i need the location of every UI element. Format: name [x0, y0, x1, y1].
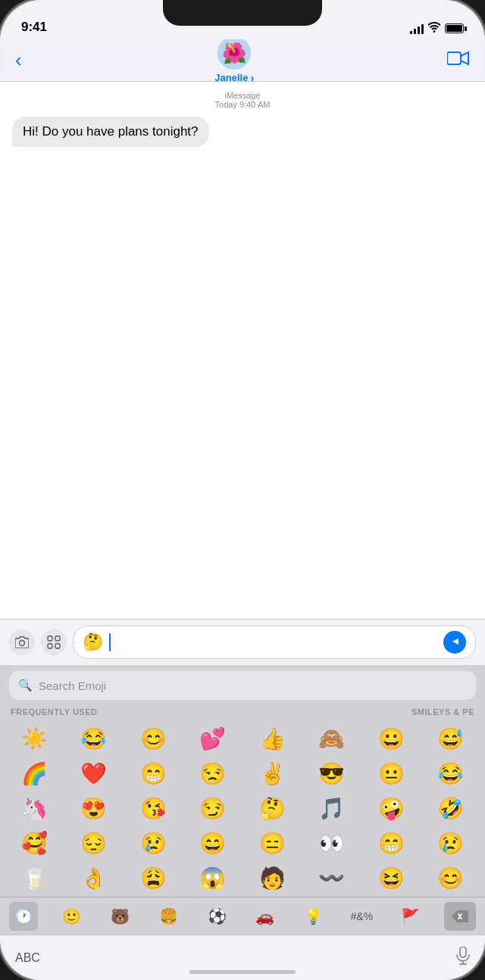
emoji-expressionless[interactable]: 😑 — [242, 826, 302, 860]
toolbar-travel-button[interactable]: 🚗 — [251, 902, 280, 931]
emoji-weary[interactable]: 😩 — [124, 860, 183, 895]
emoji-sad[interactable]: 😔 — [64, 826, 124, 860]
emoji-search-placeholder: Search Emoji — [39, 679, 106, 692]
toolbar-food-button[interactable]: 🍔 — [154, 902, 183, 931]
emoji-thinking[interactable]: 🤔 — [242, 791, 302, 826]
emoji-beam[interactable]: 😁 — [124, 756, 183, 791]
svg-rect-5 — [55, 644, 60, 648]
emoji-kiss[interactable]: 😘 — [124, 791, 183, 826]
emoji-smiling-hearts[interactable]: 🥰 — [5, 826, 64, 860]
status-time: 9:41 — [21, 20, 47, 35]
notch — [163, 0, 322, 26]
messages-area: iMessage Today 9:40 AM Hi! Do you have p… — [0, 82, 485, 619]
svg-rect-2 — [48, 636, 52, 641]
emoji-neutral[interactable]: 😐 — [361, 756, 421, 791]
svg-rect-6 — [460, 947, 466, 957]
emoji-search-bar[interactable]: 🔍 Search Emoji — [9, 671, 476, 700]
text-input[interactable]: 🤔 ▲ — [73, 626, 476, 659]
emoji-cry2[interactable]: 😢 — [421, 826, 481, 860]
emoji-heart-eyes[interactable]: 😍 — [64, 791, 124, 826]
send-icon: ▲ — [449, 636, 461, 647]
abc-button[interactable]: ABC — [15, 951, 40, 965]
emoji-glass[interactable]: 🥛 — [5, 860, 64, 895]
back-button[interactable]: ‹ — [15, 48, 22, 72]
emoji-grid: ☀️ 😂 😊 💕 👍 🙈 😀 😅 🌈 ❤️ 😁 😒 ✌️ 😎 😐 😂 🦄 — [0, 719, 485, 897]
svg-point-1 — [20, 641, 25, 646]
wifi-icon — [428, 22, 440, 35]
emoji-section-header: FREQUENTLY USED SMILEYS & PE — [0, 704, 485, 719]
camera-button[interactable] — [9, 629, 35, 655]
emoji-tears[interactable]: 😂 — [421, 756, 481, 791]
delete-button[interactable] — [444, 902, 476, 931]
emoji-sweat-smile[interactable]: 😅 — [421, 721, 481, 756]
emoji-eyes[interactable]: 👀 — [302, 826, 362, 860]
home-indicator — [189, 970, 296, 974]
avatar: 🌺 — [217, 36, 251, 70]
emoji-smirk[interactable]: 😏 — [183, 791, 243, 826]
input-area: 🤔 ▲ — [0, 619, 485, 665]
signal-bars-icon — [410, 23, 424, 34]
emoji-zany[interactable]: 🤪 — [361, 791, 421, 826]
emoji-toolbar: 🕐 🙂 🐻 🍔 ⚽ 🚗 💡 #&% 🚩 — [0, 897, 485, 935]
emoji-sun[interactable]: ☀️ — [5, 721, 64, 756]
emoji-happy[interactable]: 😄 — [183, 826, 243, 860]
svg-rect-0 — [447, 52, 461, 64]
toolbar-flags-button[interactable]: 🚩 — [396, 902, 424, 931]
emoji-heart[interactable]: ❤️ — [64, 756, 124, 791]
toolbar-recent-button[interactable]: 🕐 — [9, 902, 38, 931]
message-bubble: Hi! Do you have plans tonight? — [12, 117, 209, 147]
emoji-scream[interactable]: 😱 — [183, 860, 243, 895]
toolbar-objects-button[interactable]: 💡 — [299, 902, 328, 931]
apps-button[interactable] — [41, 629, 67, 655]
toolbar-symbols-button[interactable]: #&% — [347, 902, 376, 931]
svg-rect-4 — [48, 644, 52, 648]
video-call-button[interactable] — [447, 50, 470, 71]
toolbar-smileys-button[interactable]: 🙂 — [58, 902, 86, 931]
emoji-unamused[interactable]: 😒 — [183, 756, 243, 791]
emoji-sunglasses[interactable]: 😎 — [302, 756, 362, 791]
emoji-unicorn[interactable]: 🦄 — [5, 791, 64, 826]
emoji-monkey[interactable]: 🙈 — [302, 721, 362, 756]
mic-icon[interactable] — [456, 947, 470, 969]
emoji-thumbsup[interactable]: 👍 — [242, 721, 302, 756]
emoji-notes[interactable]: 🎵 — [302, 791, 362, 826]
message-meta: iMessage Today 9:40 AM — [12, 91, 473, 109]
emoji-ok[interactable]: 👌 — [64, 860, 124, 895]
emoji-lines[interactable]: 〰️ — [302, 860, 362, 895]
emoji-smile[interactable]: 😊 — [124, 721, 183, 756]
emoji-crying[interactable]: 😢 — [124, 826, 183, 860]
emoji-squint[interactable]: 😆 — [361, 860, 421, 895]
emoji-keyboard: 🔍 Search Emoji FREQUENTLY USED SMILEYS &… — [0, 665, 485, 935]
toolbar-animals-button[interactable]: 🐻 — [106, 902, 135, 931]
input-emoji: 🤔 — [83, 632, 103, 652]
nav-bar: ‹ 🌺 Janelle — [0, 39, 485, 82]
emoji-person[interactable]: 🧑 — [242, 860, 302, 895]
emoji-hearts[interactable]: 💕 — [183, 721, 243, 756]
emoji-laugh[interactable]: 😂 — [64, 721, 124, 756]
phone-frame: 9:41 ‹ — [0, 0, 485, 980]
search-icon: 🔍 — [18, 679, 33, 692]
emoji-relieved[interactable]: 😊 — [421, 860, 481, 895]
emoji-rofl[interactable]: 🤣 — [421, 791, 481, 826]
battery-icon — [445, 23, 464, 33]
section-label-left: FREQUENTLY USED — [11, 707, 97, 716]
emoji-rainbow[interactable]: 🌈 — [5, 756, 64, 791]
send-button[interactable]: ▲ — [443, 631, 466, 654]
emoji-grin[interactable]: 😀 — [361, 721, 421, 756]
section-label-right: SMILEYS & PE — [411, 707, 474, 716]
emoji-grinning[interactable]: 😁 — [361, 826, 421, 860]
contact-info[interactable]: 🌺 Janelle — [214, 36, 254, 84]
emoji-peace[interactable]: ✌️ — [242, 756, 302, 791]
svg-rect-3 — [55, 636, 60, 641]
toolbar-sports-button[interactable]: ⚽ — [202, 902, 231, 931]
text-cursor — [109, 633, 111, 651]
status-icons — [410, 22, 464, 35]
